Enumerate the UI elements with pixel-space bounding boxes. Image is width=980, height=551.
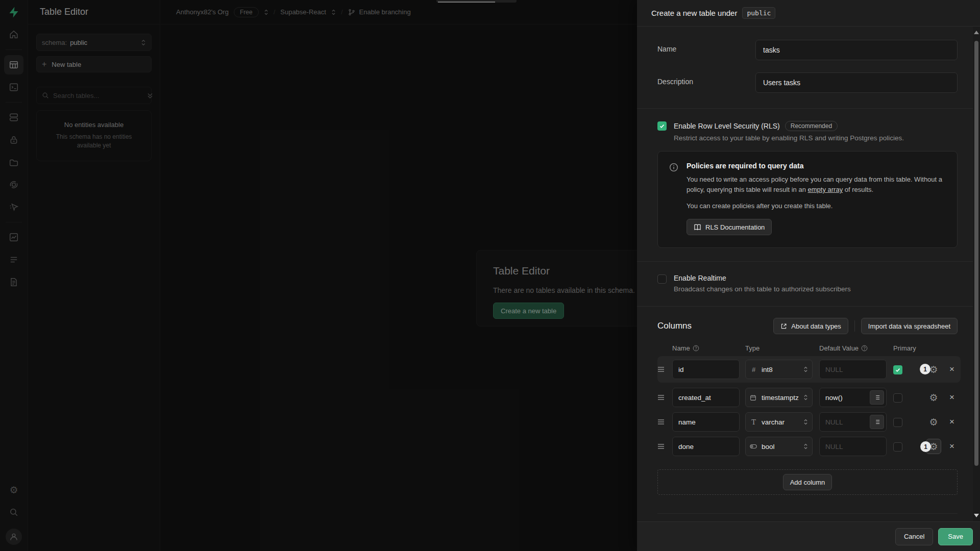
- header-type: Type: [745, 344, 813, 352]
- primary-checkbox[interactable]: [893, 442, 902, 452]
- external-link-icon: [780, 323, 787, 330]
- drag-handle-icon[interactable]: [657, 443, 668, 449]
- scroll-up-arrow-icon[interactable]: [974, 31, 979, 34]
- panel-header: Create a new table under public: [637, 0, 980, 27]
- realtime-label: Enable Realtime: [674, 274, 726, 282]
- column-type-select[interactable]: # int8: [745, 360, 813, 379]
- section-divider: [657, 513, 958, 514]
- primary-checkbox[interactable]: [893, 393, 902, 403]
- drag-handle-icon[interactable]: [657, 366, 668, 372]
- remove-column-icon[interactable]: ×: [946, 392, 958, 403]
- schema-chip: public: [742, 7, 775, 19]
- primary-checkbox[interactable]: [893, 418, 902, 427]
- rls-description: Restrict access to your table by enablin…: [674, 134, 904, 142]
- chevron-updown-icon: [803, 443, 808, 450]
- remove-column-icon[interactable]: ×: [946, 441, 958, 452]
- rls-documentation-button[interactable]: RLS Documentation: [687, 219, 772, 235]
- import-spreadsheet-button[interactable]: Import data via spreadsheet: [861, 318, 958, 334]
- column-settings-button[interactable]: 1 ⚙: [926, 439, 941, 454]
- cancel-button[interactable]: Cancel: [895, 528, 933, 545]
- panel-body: Name Description Enable Row Level Securi…: [637, 27, 973, 521]
- scrollbar-thumb[interactable]: [974, 41, 978, 466]
- column-settings-button[interactable]: ⚙: [926, 414, 941, 430]
- header-default: Default Value: [819, 344, 887, 352]
- help-icon[interactable]: [861, 345, 868, 352]
- column-type-select[interactable]: timestamptz: [745, 388, 813, 407]
- columns-header-row: Name Type Default Value Primary: [657, 344, 958, 352]
- realtime-description: Broadcast changes on this table to autho…: [674, 285, 851, 293]
- column-row-done: bool 1 ⚙ ×: [657, 437, 958, 456]
- column-type-select[interactable]: T varchar: [745, 412, 813, 432]
- rls-documentation-label: RLS Documentation: [705, 223, 765, 231]
- about-data-types-label: About data types: [791, 322, 841, 330]
- book-icon: [694, 223, 701, 231]
- column-row-created-at: timestamptz ⚙ ×: [657, 388, 958, 407]
- column-default-input[interactable]: [819, 437, 887, 456]
- rls-info-body-2: You can create policies after you create…: [687, 202, 946, 210]
- gear-icon: ⚙: [929, 393, 938, 403]
- description-label: Description: [657, 72, 755, 86]
- column-type-select[interactable]: bool: [745, 437, 813, 456]
- column-settings-button[interactable]: ⚙: [926, 390, 941, 405]
- rls-checkbox[interactable]: [657, 121, 667, 131]
- gear-icon: ⚙: [929, 365, 938, 374]
- column-name-input[interactable]: [672, 388, 740, 407]
- realtime-checkbox[interactable]: [657, 274, 667, 284]
- column-name-input[interactable]: [672, 412, 740, 432]
- header-primary: Primary: [893, 344, 917, 352]
- button-separator: [854, 320, 855, 332]
- toggle-icon: [750, 444, 757, 449]
- chevron-updown-icon: [803, 366, 808, 373]
- column-name-input[interactable]: [672, 360, 740, 379]
- add-column-button[interactable]: Add column: [783, 474, 832, 490]
- recommended-badge: Recommended: [785, 121, 838, 131]
- empty-array-link[interactable]: empty array: [808, 186, 843, 193]
- default-suggestions-icon[interactable]: [870, 390, 884, 405]
- panel-scrollbar[interactable]: [973, 27, 980, 521]
- chevron-updown-icon: [803, 394, 808, 401]
- header-name: Name: [672, 344, 740, 352]
- help-icon[interactable]: [693, 345, 699, 352]
- remove-column-icon[interactable]: ×: [946, 364, 958, 374]
- rls-info-title: Policies are required to query data: [687, 162, 946, 170]
- hash-icon: #: [750, 366, 757, 373]
- columns-heading: Columns: [657, 321, 692, 331]
- drag-handle-icon[interactable]: [657, 419, 668, 425]
- column-default-input[interactable]: [819, 360, 887, 379]
- panel-title: Create a new table under: [651, 9, 737, 17]
- rls-info-card: Policies are required to query data You …: [657, 151, 958, 248]
- column-row-name: T varchar ⚙ ×: [657, 412, 958, 432]
- panel-footer: Cancel Save: [637, 521, 980, 551]
- info-icon: [669, 163, 678, 235]
- remove-column-icon[interactable]: ×: [946, 417, 958, 427]
- gear-icon: ⚙: [929, 417, 938, 427]
- chevron-updown-icon: [803, 418, 808, 425]
- default-suggestions-icon[interactable]: [870, 415, 884, 429]
- backdrop-overlay[interactable]: [0, 0, 637, 551]
- add-column-zone: Add column: [657, 469, 958, 495]
- column-row-id: # int8 1 ⚙ ×: [657, 356, 961, 383]
- rls-label: Enable Row Level Security (RLS): [674, 122, 780, 130]
- save-button[interactable]: Save: [938, 528, 973, 545]
- column-name-input[interactable]: [672, 437, 740, 456]
- table-name-input[interactable]: [755, 40, 958, 60]
- about-data-types-button[interactable]: About data types: [773, 318, 848, 334]
- column-settings-button[interactable]: 1 ⚙: [926, 362, 941, 377]
- rls-info-body: You need to write an access policy befor…: [687, 174, 946, 195]
- create-table-panel: Create a new table under public Name Des…: [637, 0, 980, 551]
- scroll-down-arrow-icon[interactable]: [974, 514, 979, 517]
- text-icon: T: [750, 418, 757, 426]
- primary-checkbox[interactable]: [893, 365, 902, 374]
- drag-handle-icon[interactable]: [657, 394, 668, 400]
- calendar-icon: [750, 394, 757, 401]
- table-description-input[interactable]: [755, 72, 958, 93]
- name-label: Name: [657, 40, 755, 53]
